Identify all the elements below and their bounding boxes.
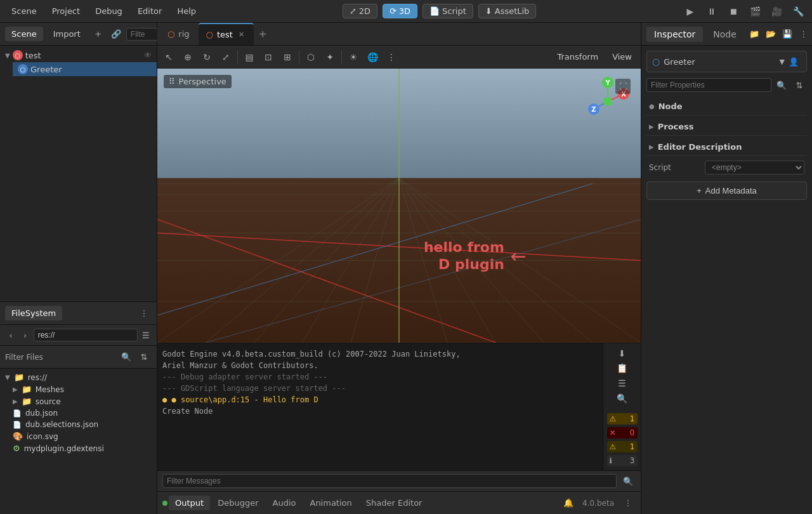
tab-add-button[interactable]: +	[255, 27, 270, 42]
tab-rig[interactable]: ○ rig	[160, 23, 197, 45]
step-button[interactable]: 🎬	[746, 3, 764, 20]
transform-button[interactable]: Transform	[551, 50, 605, 63]
console-filter-input[interactable]	[162, 474, 617, 488]
section-process[interactable]: ▶ Process	[646, 118, 807, 136]
tab-animation[interactable]: Animation	[303, 496, 358, 510]
menu-debug[interactable]: Debug	[89, 4, 129, 18]
menu-scene[interactable]: Scene	[5, 4, 43, 18]
menu-help[interactable]: Help	[171, 4, 202, 18]
object-mode-button[interactable]: ▤	[240, 48, 258, 66]
inspector-more-button[interactable]: ⋮	[796, 27, 811, 42]
scale-tool-button[interactable]: ⤢	[217, 48, 235, 66]
sun-button[interactable]: ☀	[344, 48, 362, 66]
fs-list-button[interactable]: ☰	[140, 327, 152, 343]
console-download-button[interactable]: ⬇	[611, 347, 634, 360]
inspector-history-button[interactable]: 📁	[747, 27, 762, 42]
fs-sort-button[interactable]: ⇅	[136, 350, 152, 365]
mode-2d-button[interactable]: ⤢ 2D	[343, 4, 377, 18]
tab-test-close[interactable]: ✕	[237, 30, 246, 39]
node-selector-tools: ▼ 👤	[780, 54, 801, 69]
fs-item-source[interactable]: ▶ 📁 source	[0, 395, 157, 407]
fs-search-button[interactable]: 🔍	[119, 350, 134, 365]
tab-shader-editor[interactable]: Shader Editor	[360, 496, 429, 510]
fs-back-button[interactable]: ‹	[5, 327, 16, 343]
tab-scene[interactable]: Scene	[5, 27, 43, 41]
menu-editor[interactable]: Editor	[131, 4, 168, 18]
mode-3d-button[interactable]: ⟳ 3D	[383, 4, 417, 18]
console-filter-button[interactable]: ☰	[611, 377, 634, 390]
filter-properties-sort[interactable]: ⇅	[792, 77, 807, 93]
link-button[interactable]: 🔗	[108, 27, 124, 42]
add-metadata-button[interactable]: + Add Metadata	[646, 181, 807, 200]
tab-debugger[interactable]: Debugger	[211, 496, 265, 510]
section-editor-desc[interactable]: ▶ Editor Description	[646, 138, 807, 156]
script-select[interactable]: <empty>	[705, 161, 804, 175]
menu-project[interactable]: Project	[46, 4, 86, 18]
inspector-save-button[interactable]: 💾	[780, 27, 795, 42]
remote-button[interactable]: 🔧	[789, 3, 807, 20]
left-panel: Scene Import + 🔗 🔍 ⊟ ⋮ ▼ ○ test 👁	[0, 23, 157, 514]
movie-button[interactable]: 🎥	[768, 3, 785, 20]
filter-properties-input[interactable]	[646, 78, 771, 92]
dropdown-arrow[interactable]: ▼	[780, 58, 785, 66]
node-user-icon[interactable]: 👤	[786, 54, 801, 69]
script-button[interactable]: 📄 Script	[422, 4, 473, 18]
fs-label-gdext: mydplugin.gdextensi	[24, 444, 104, 453]
inspector-open-button[interactable]: 📂	[763, 27, 778, 42]
section-node[interactable]: ● Node	[646, 98, 807, 115]
snap-button[interactable]: ⊡	[259, 48, 277, 66]
fs-item-dubselections[interactable]: 📄 dub.selections.json	[0, 419, 157, 430]
pause-button[interactable]: ⏸	[703, 3, 721, 20]
filter-properties-search[interactable]: 🔍	[774, 77, 789, 93]
add-node-button[interactable]: +	[91, 27, 106, 42]
tab-audio[interactable]: Audio	[266, 496, 303, 510]
console-filter-search-button[interactable]: 🔍	[620, 473, 636, 489]
tab-output[interactable]: Output	[169, 496, 210, 510]
view-button[interactable]: View	[606, 50, 638, 63]
grid-button[interactable]: ⊞	[278, 48, 296, 66]
console-errors-count[interactable]: ✕ 0	[607, 427, 638, 438]
fs-nav: ‹ › ☰	[0, 325, 157, 346]
tab-test[interactable]: ○ test ✕	[199, 23, 254, 45]
select-tool-button[interactable]: ↖	[160, 48, 178, 66]
rotate-tool-button[interactable]: ↻	[198, 48, 216, 66]
file-icon: 📄	[13, 421, 22, 429]
globe-button[interactable]: 🌐	[363, 48, 381, 66]
inspector-tab[interactable]: Inspector	[646, 27, 703, 42]
assetlib-button[interactable]: ⬇ AssetLib	[478, 4, 537, 18]
bottom-settings-button[interactable]: ⋮	[620, 496, 636, 511]
stop-button[interactable]: ⏹	[724, 3, 742, 20]
console-info-count[interactable]: ⚠ 1	[607, 441, 638, 452]
tab-import[interactable]: Import	[47, 27, 87, 41]
fs-path-input[interactable]	[34, 329, 138, 341]
fs-item-res[interactable]: ▼ 📁 res://	[0, 371, 157, 383]
play-button[interactable]: ▶	[681, 3, 699, 20]
console-all-count[interactable]: ℹ 3	[607, 455, 638, 466]
fs-more-button[interactable]: ⋮	[136, 306, 152, 321]
node-selector[interactable]: ○ Greeter ▼ 👤	[646, 51, 807, 72]
console-copy-button[interactable]: 📋	[611, 362, 634, 375]
tree-item-test[interactable]: ▼ ○ test 👁	[0, 48, 157, 62]
console-warnings-count[interactable]: ⚠ 1	[607, 413, 638, 425]
visibility-icon[interactable]: 👁	[144, 51, 152, 60]
console-text: Godot Engine v4.0.beta.custom_build (c) …	[162, 348, 598, 465]
light-button[interactable]: ✦	[321, 48, 339, 66]
console-body: Godot Engine v4.0.beta.custom_build (c) …	[157, 343, 641, 470]
fs-filter-label: Filter Files	[5, 353, 43, 362]
console-search-button[interactable]: 🔍	[611, 392, 634, 405]
more-button[interactable]: ⋮	[383, 48, 400, 66]
log-line-4: --- GDScript language server started ---	[162, 383, 598, 394]
object-button[interactable]: ⬡	[302, 48, 320, 66]
fs-forward-button[interactable]: ›	[19, 327, 30, 343]
fs-item-gdext[interactable]: ⚙ mydplugin.gdextensi	[0, 442, 157, 454]
tab-filesystem[interactable]: FileSystem	[5, 306, 62, 320]
node-tab[interactable]: Node	[705, 27, 744, 42]
fs-item-meshes[interactable]: ▶ 📁 Meshes	[0, 383, 157, 395]
fs-item-dubjson[interactable]: 📄 dub.json	[0, 407, 157, 419]
viewport-perspective-label[interactable]: ⠿ Perspective	[164, 75, 232, 88]
fs-item-iconsvg[interactable]: 🎨 icon.svg	[0, 430, 157, 442]
tree-item-greeter[interactable]: ○ Greeter	[13, 62, 157, 76]
viewport[interactable]: ⠿ Perspective X Y Z	[157, 69, 641, 343]
add-icon: +	[697, 186, 702, 195]
move-tool-button[interactable]: ⊕	[179, 48, 197, 66]
